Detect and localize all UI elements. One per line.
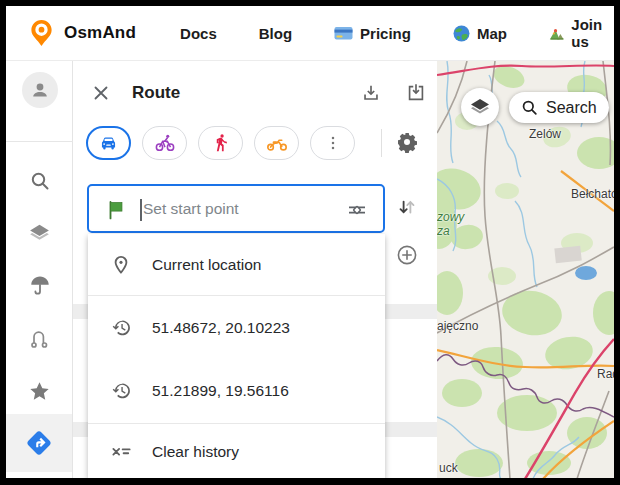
more-vertical-icon: [323, 133, 343, 153]
nav-item-blog[interactable]: Blog: [259, 25, 292, 42]
panel-title: Route: [132, 83, 180, 103]
sidebar-item-weather[interactable]: [6, 263, 73, 307]
dropdown-item-history-2[interactable]: 51.21899, 19.56116: [88, 359, 385, 423]
nav-item-map[interactable]: Map: [453, 25, 507, 42]
dropdown-item-label: Current location: [152, 256, 261, 274]
route-panel: Route: [73, 61, 437, 478]
osmand-logo-icon: [28, 18, 55, 48]
mountain-biker-icon: [549, 25, 564, 42]
mode-bicycle-button[interactable]: [142, 126, 187, 160]
avatar: [22, 72, 58, 108]
dropdown-item-history-1[interactable]: 51.48672, 20.10223: [88, 296, 385, 359]
map-layers-button[interactable]: [461, 88, 499, 126]
pedestrian-icon: [211, 133, 231, 153]
brand-name: OsmAnd: [64, 23, 136, 43]
dropdown-item-label: Clear history: [152, 443, 239, 461]
history-clock-icon: [110, 317, 132, 339]
top-navbar: OsmAnd Docs Blog Pricing: [6, 6, 614, 60]
text-caret: [140, 199, 142, 221]
nav-items: Docs Blog Pricing: [180, 16, 614, 50]
sidebar-item-tracks[interactable]: [6, 317, 73, 361]
sidebar-item-search[interactable]: [6, 159, 73, 203]
credit-card-icon: [334, 26, 353, 41]
map-label-town: ajęczno: [437, 319, 478, 333]
add-point-icon[interactable]: [395, 243, 419, 267]
location-pin-icon: [110, 254, 132, 276]
mode-car-button[interactable]: [86, 126, 131, 160]
nav-item-join-us[interactable]: Join us: [549, 16, 614, 50]
route-settings-gear-icon[interactable]: [395, 130, 419, 154]
umbrella-icon: [28, 273, 52, 297]
nav-item-pricing[interactable]: Pricing: [334, 25, 411, 42]
layers-icon: [27, 221, 52, 246]
start-flag-icon: [105, 199, 127, 225]
mode-pedestrian-button[interactable]: [198, 126, 243, 160]
car-icon: [98, 133, 119, 154]
route-options-icon[interactable]: [345, 198, 369, 222]
mode-motorcycle-button[interactable]: [254, 126, 299, 160]
bicycle-icon: [154, 132, 176, 154]
divider: [381, 129, 382, 157]
map-search-button[interactable]: Search: [509, 92, 609, 123]
map-label-town: uck: [439, 461, 458, 475]
sidebar-divider: [6, 141, 73, 142]
map-tiles: [437, 61, 614, 478]
start-point-input[interactable]: [143, 186, 353, 231]
dropdown-item-label: 51.21899, 19.56116: [152, 382, 289, 400]
content-area: Route: [6, 60, 614, 478]
nav-item-docs[interactable]: Docs: [180, 25, 217, 42]
map-label-town: Zelów: [529, 127, 561, 141]
globe-icon: [453, 25, 470, 42]
search-icon: [28, 169, 52, 193]
navigation-icon: [25, 429, 53, 457]
map-label-nature-area: za: [437, 224, 450, 238]
sidebar-item-favorites[interactable]: [6, 369, 73, 413]
map-view[interactable]: zowy za Zelów Bełcható ajęczno Rad uck: [437, 61, 614, 478]
track-route-icon: [28, 327, 52, 351]
clear-list-icon: [110, 441, 132, 463]
download-icon[interactable]: [360, 82, 382, 104]
close-icon[interactable]: [90, 82, 112, 104]
dropdown-item-current-location[interactable]: Current location: [88, 234, 385, 295]
map-label-town: Bełcható: [571, 187, 614, 201]
map-label-town: Rad: [597, 367, 614, 381]
dropdown-item-clear-history[interactable]: Clear history: [88, 424, 385, 478]
star-icon: [27, 379, 52, 404]
mode-more-options-button[interactable]: [310, 126, 355, 160]
sidebar-item-navigation[interactable]: [6, 414, 72, 472]
sidebar-item-layers[interactable]: [6, 211, 73, 255]
map-layers-icon: [468, 95, 492, 119]
dropdown-item-label: 51.48672, 20.10223: [152, 319, 290, 337]
map-search-label: Search: [546, 99, 597, 117]
history-clock-icon: [110, 380, 132, 402]
app-window: OsmAnd Docs Blog Pricing: [6, 6, 614, 478]
screenshot-frame: OsmAnd Docs Blog Pricing: [0, 0, 620, 485]
left-sidebar: [6, 61, 73, 478]
start-point-field[interactable]: [87, 184, 385, 233]
brand[interactable]: OsmAnd: [28, 18, 136, 48]
start-point-dropdown: Current location 51.48672, 20.10223: [88, 234, 385, 478]
person-icon: [28, 78, 52, 102]
import-file-icon[interactable]: [405, 82, 427, 104]
search-icon: [520, 98, 539, 117]
map-label-nature-area: zowy: [437, 210, 464, 224]
transport-mode-group: [86, 126, 355, 160]
sidebar-item-account[interactable]: [6, 68, 73, 112]
swap-points-icon[interactable]: [396, 197, 418, 219]
motorcycle-icon: [266, 132, 288, 154]
